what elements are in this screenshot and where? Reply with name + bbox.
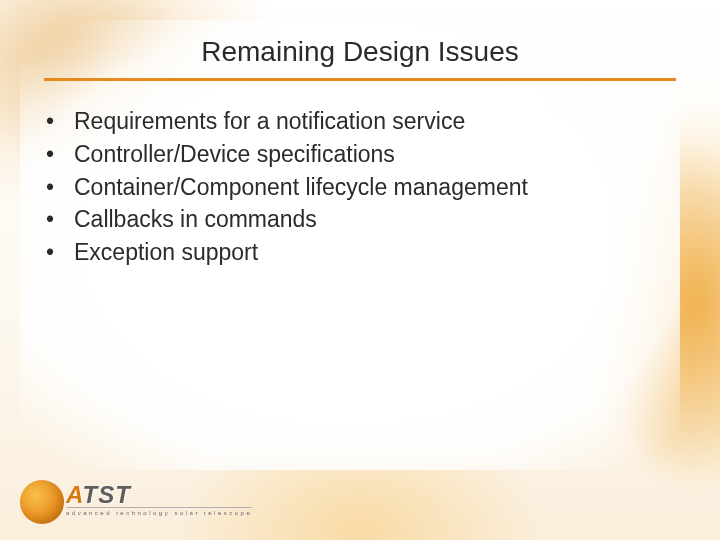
bullet-text: Exception support — [74, 238, 258, 267]
list-item: •Controller/Device specifications — [46, 140, 680, 169]
title-divider — [44, 78, 676, 81]
bullet-dot: • — [46, 107, 74, 136]
bullet-text: Requirements for a notification service — [74, 107, 465, 136]
bullet-list: •Requirements for a notification service… — [40, 107, 680, 267]
bullet-text: Controller/Device specifications — [74, 140, 395, 169]
bullet-dot: • — [46, 238, 74, 267]
atst-logo: ATST advanced technology solar telescope — [20, 474, 252, 526]
logo-sun-icon — [20, 474, 72, 526]
logo-text: ATST advanced technology solar telescope — [66, 484, 252, 517]
list-item: •Callbacks in commands — [46, 205, 680, 234]
bullet-dot: • — [46, 205, 74, 234]
bullet-text: Container/Component lifecycle management — [74, 173, 528, 202]
list-item: •Requirements for a notification service — [46, 107, 680, 136]
bullet-dot: • — [46, 140, 74, 169]
list-item: •Exception support — [46, 238, 680, 267]
bullet-text: Callbacks in commands — [74, 205, 317, 234]
slide-content: Remaining Design Issues •Requirements fo… — [0, 0, 720, 540]
slide-title: Remaining Design Issues — [40, 36, 680, 68]
logo-acronym: ATST — [66, 484, 252, 506]
list-item: •Container/Component lifecycle managemen… — [46, 173, 680, 202]
bullet-dot: • — [46, 173, 74, 202]
logo-subtitle: advanced technology solar telescope — [66, 507, 252, 516]
